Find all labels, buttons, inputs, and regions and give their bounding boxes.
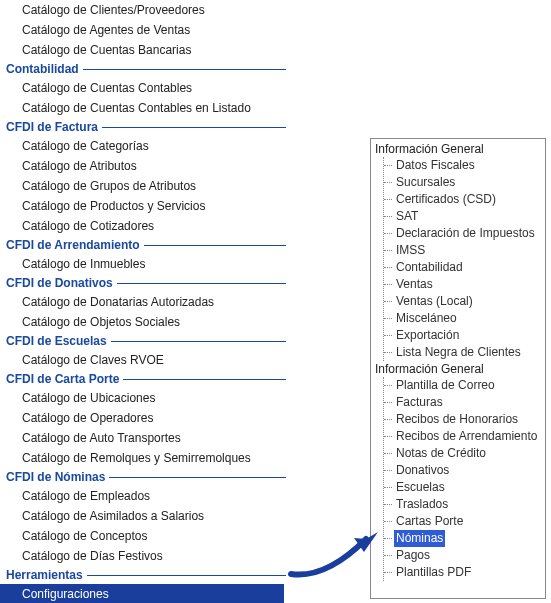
tree-item-label: Nóminas — [394, 530, 445, 547]
tree-item-label: Traslados — [394, 496, 450, 513]
tree-item-label: Pagos — [394, 547, 432, 564]
menu-category: CFDI de Donativos — [6, 276, 290, 290]
tree-item[interactable]: Escuelas — [384, 479, 545, 496]
tree-item-label: Cartas Porte — [394, 513, 465, 530]
app-root: Catálogo de Clientes/ProveedoresCatálogo… — [0, 0, 551, 603]
tree-item-label: Ventas (Local) — [394, 293, 475, 310]
tree-item-label: Recibos de Arrendamiento — [394, 428, 539, 445]
menu-category-label: CFDI de Factura — [6, 120, 102, 134]
menu-item[interactable]: Catálogo de Cotizadores — [0, 216, 290, 236]
menu-category-label: CFDI de Donativos — [6, 276, 117, 290]
menu-item[interactable]: Catálogo de Agentes de Ventas — [0, 20, 290, 40]
tree-item-label: Notas de Crédito — [394, 445, 488, 462]
menu-item[interactable]: Catálogo de Cuentas Contables — [0, 78, 290, 98]
tree-item-label: IMSS — [394, 242, 427, 259]
menu-category-label: CFDI de Escuelas — [6, 334, 111, 348]
tree-item[interactable]: Ventas — [384, 276, 545, 293]
tree-children: Datos FiscalesSucursalesCertificados (CS… — [383, 157, 545, 361]
tree-item-label: Lista Negra de Clientes — [394, 344, 523, 361]
tree-item-label: Plantillas PDF — [394, 564, 473, 581]
tree-item[interactable]: Declaración de Impuestos — [384, 225, 545, 242]
tree-item-label: Recibos de Honorarios — [394, 411, 520, 428]
tree-item[interactable]: Pagos — [384, 547, 545, 564]
menu-item[interactable]: Catálogo de Cuentas Bancarias — [0, 40, 290, 60]
tree-item-label: Contabilidad — [394, 259, 465, 276]
menu-category: Contabilidad — [6, 62, 290, 76]
menu-item[interactable]: Catálogo de Grupos de Atributos — [0, 176, 290, 196]
menu-item[interactable]: Catálogo de Inmuebles — [0, 254, 290, 274]
menu-category: CFDI de Escuelas — [6, 334, 290, 348]
tree-item-label: Declaración de Impuestos — [394, 225, 537, 242]
menu-item[interactable]: Catálogo de Operadores — [0, 408, 290, 428]
menu-item[interactable]: Catálogo de Clientes/Proveedores — [0, 0, 290, 20]
tree-item-selected[interactable]: Nóminas — [384, 530, 545, 547]
tree-item[interactable]: Notas de Crédito — [384, 445, 545, 462]
tree-item[interactable]: Misceláneo — [384, 310, 545, 327]
menu-panel: Catálogo de Clientes/ProveedoresCatálogo… — [0, 0, 290, 603]
menu-item[interactable]: Catálogo de Objetos Sociales — [0, 312, 290, 332]
menu-category-label: CFDI de Carta Porte — [6, 372, 123, 386]
menu-item[interactable]: Catálogo de Categorías — [0, 136, 290, 156]
menu-item[interactable]: Catálogo de Ubicaciones — [0, 388, 290, 408]
menu-category: CFDI de Arrendamiento — [6, 238, 290, 252]
tree-item-label: Escuelas — [394, 479, 447, 496]
menu-category: CFDI de Carta Porte — [6, 372, 290, 386]
tree-item-label: Plantilla de Correo — [394, 377, 497, 394]
tree-item-label: Misceláneo — [394, 310, 459, 327]
menu-item-selected[interactable]: Configuraciones — [0, 584, 284, 603]
tree-item[interactable]: Plantillas PDF — [384, 564, 545, 581]
tree-item-label: Datos Fiscales — [394, 157, 477, 174]
tree-item[interactable]: Donativos — [384, 462, 545, 479]
tree-item[interactable]: Traslados — [384, 496, 545, 513]
tree-item-label: SAT — [394, 208, 420, 225]
tree-group[interactable]: Información General — [375, 361, 545, 377]
tree-item[interactable]: Cartas Porte — [384, 513, 545, 530]
menu-item[interactable]: Catálogo de Productos y Servicios — [0, 196, 290, 216]
tree-children: Plantilla de CorreoFacturasRecibos de Ho… — [383, 377, 545, 581]
menu-item[interactable]: Catálogo de Asimilados a Salarios — [0, 506, 290, 526]
menu-item[interactable]: Catálogo de Conceptos — [0, 526, 290, 546]
tree-item[interactable]: SAT — [384, 208, 545, 225]
tree-item[interactable]: Plantilla de Correo — [384, 377, 545, 394]
tree-item-label: Donativos — [394, 462, 451, 479]
tree-item[interactable]: Facturas — [384, 394, 545, 411]
tree-item-label: Exportación — [394, 327, 461, 344]
menu-item[interactable]: Catálogo de Cuentas Contables en Listado — [0, 98, 290, 118]
menu-item[interactable]: Catálogo de Días Festivos — [0, 546, 290, 566]
menu-item[interactable]: Catálogo de Empleados — [0, 486, 290, 506]
menu-item[interactable]: Catálogo de Atributos — [0, 156, 290, 176]
tree-item[interactable]: IMSS — [384, 242, 545, 259]
menu-category-label: Contabilidad — [6, 62, 83, 76]
menu-category-label: Herramientas — [6, 568, 87, 582]
tree-item[interactable]: Datos Fiscales — [384, 157, 545, 174]
tree-item-label: Facturas — [394, 394, 445, 411]
tree-item[interactable]: Lista Negra de Clientes — [384, 344, 545, 361]
menu-category: CFDI de Factura — [6, 120, 290, 134]
tree-item[interactable]: Certificados (CSD) — [384, 191, 545, 208]
menu-item[interactable]: Catálogo de Donatarias Autorizadas — [0, 292, 290, 312]
tree-item-label: Certificados (CSD) — [394, 191, 498, 208]
tree-item[interactable]: Recibos de Honorarios — [384, 411, 545, 428]
tree-item[interactable]: Exportación — [384, 327, 545, 344]
menu-category-label: CFDI de Arrendamiento — [6, 238, 144, 252]
menu-category: Herramientas — [6, 568, 290, 582]
tree-panel: Información GeneralDatos FiscalesSucursa… — [370, 138, 546, 599]
menu-category-label: CFDI de Nóminas — [6, 470, 109, 484]
tree-item-label: Ventas — [394, 276, 435, 293]
menu-category: CFDI de Nóminas — [6, 470, 290, 484]
tree-group[interactable]: Información General — [375, 141, 545, 157]
menu-item[interactable]: Catálogo de Auto Transportes — [0, 428, 290, 448]
tree-item[interactable]: Recibos de Arrendamiento — [384, 428, 545, 445]
tree-item[interactable]: Ventas (Local) — [384, 293, 545, 310]
menu-item[interactable]: Catálogo de Claves RVOE — [0, 350, 290, 370]
tree-item[interactable]: Contabilidad — [384, 259, 545, 276]
tree-item-label: Sucursales — [394, 174, 457, 191]
tree-item[interactable]: Sucursales — [384, 174, 545, 191]
menu-item[interactable]: Catálogo de Remolques y Semirremolques — [0, 448, 290, 468]
